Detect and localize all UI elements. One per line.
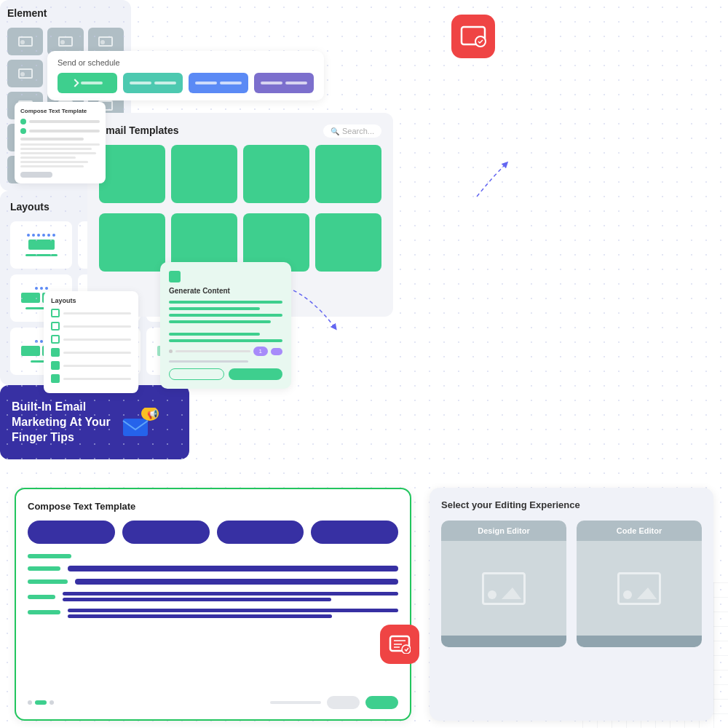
code-editor-thumbnail (617, 572, 661, 605)
schedule-label-bar2 (154, 82, 176, 84)
compose-multiline-2 (68, 609, 398, 618)
template-card-2[interactable] (171, 145, 237, 203)
generate-title: Generate Content (169, 287, 282, 295)
compose-row-5 (28, 609, 398, 618)
send-schedule-bar: Send or schedule (47, 51, 324, 100)
cl1 (20, 143, 100, 146)
mountain-icon-2 (637, 587, 657, 599)
editing-cards: Design Editor Code Editor (441, 521, 702, 647)
search-placeholder: Search... (342, 127, 374, 135)
compose-value-1 (68, 566, 398, 571)
layout-small-line-1 (63, 312, 131, 314)
design-editor-image (441, 541, 566, 636)
cl-1 (63, 592, 398, 596)
layout-small-item-5[interactable] (51, 361, 131, 370)
nav-dot-2 (35, 700, 47, 705)
cl-2 (63, 598, 331, 601)
gen-line-5 (169, 333, 260, 336)
gen-line-3 (169, 314, 282, 317)
compose-footer (28, 696, 398, 709)
gen-dot-row: 1 (169, 347, 282, 356)
template-card-4[interactable] (315, 145, 381, 203)
layout-small-item-3[interactable] (51, 335, 131, 344)
cl3 (20, 152, 96, 154)
layout-small-icon-2 (51, 322, 60, 331)
schedule-label-bar (130, 82, 151, 84)
compose-large-panel: Compose Text Template (15, 488, 411, 721)
code-editor-label: Code Editor (577, 521, 702, 541)
layout-small-item-1[interactable] (51, 309, 131, 317)
compose-app-icon-badge (380, 625, 419, 664)
img-icon-3 (98, 36, 113, 47)
design-editor-card[interactable]: Design Editor (441, 521, 566, 647)
preview-button[interactable] (189, 73, 248, 93)
compose-btn-1[interactable] (28, 521, 115, 544)
gen-cancel-btn[interactable] (169, 368, 224, 380)
generate-content-panel: Generate Content 1 (160, 262, 291, 389)
compose-dot-2 (20, 128, 26, 134)
compose-separator (20, 138, 84, 141)
gen-bottom-line (169, 360, 248, 363)
gen-line-6 (169, 339, 282, 342)
layout-small-icon-1 (51, 309, 60, 317)
compose-small-title: Compose Text Template (20, 108, 100, 114)
compose-text-small-panel: Compose Text Template (15, 102, 106, 183)
layout-small-item-6[interactable] (51, 374, 131, 383)
template-card-5[interactable] (99, 213, 165, 272)
preview-label-bar (195, 82, 217, 84)
svg-text:📢: 📢 (147, 408, 158, 419)
svg-point-6 (402, 645, 411, 654)
compose-row-2 (28, 566, 398, 571)
compose-row-4 (28, 592, 398, 601)
nav-dot-1 (28, 700, 32, 705)
code-editor-footer (577, 636, 702, 647)
code-editor-image (577, 541, 702, 636)
img-icon-2 (58, 36, 73, 47)
compose-row-3 (28, 579, 398, 585)
cl2 (20, 148, 92, 150)
layout-small-item-4[interactable] (51, 348, 131, 357)
code-editor-card[interactable]: Code Editor (577, 521, 702, 647)
compose-label-3 (28, 579, 68, 584)
compose-btn-2[interactable] (122, 521, 210, 544)
design-editor-icon (460, 25, 486, 47)
compose-label-2 (28, 566, 60, 571)
layout-small-line-4 (63, 352, 131, 354)
app-icon-badge (451, 15, 495, 58)
gen-line-4 (169, 320, 271, 323)
gen-progress-bar (175, 350, 250, 352)
gen-tag2 (271, 348, 282, 355)
send-button[interactable] (58, 73, 117, 93)
template-card-1[interactable] (99, 145, 165, 203)
preview-label-bar2 (220, 82, 242, 84)
layout-small-item-2[interactable] (51, 322, 131, 331)
compose-item-2 (20, 128, 100, 134)
img-icon-1 (18, 36, 33, 47)
footer-btn-cancel[interactable] (327, 696, 360, 709)
template-card-3[interactable] (243, 145, 309, 203)
design-editor-label: Design Editor (441, 521, 566, 541)
design-editor-thumbnail (482, 572, 526, 605)
compose-dot-1 (20, 119, 26, 124)
settings-button[interactable] (254, 73, 314, 93)
footer-btn-save[interactable] (365, 696, 398, 709)
template-search[interactable]: 🔍 Search... (323, 124, 381, 138)
cl4 (20, 157, 76, 159)
megaphone-envelope-icon: 📢 (119, 408, 159, 444)
hero-icon: 📢 (119, 408, 156, 437)
gen-line-2 (169, 307, 260, 310)
compose-btn-4[interactable] (311, 521, 398, 544)
nav-dot-3 (50, 700, 54, 705)
compose-btn-3[interactable] (217, 521, 304, 544)
generate-icon (169, 271, 181, 282)
layout-small-icon-3 (51, 335, 60, 344)
template-card-8[interactable] (315, 213, 381, 272)
settings-label-bar2 (285, 82, 307, 84)
editing-title: Select your Editing Experience (441, 499, 702, 510)
img-icon-4 (18, 68, 33, 79)
gen-tag: 1 (253, 347, 268, 356)
schedule-button[interactable] (123, 73, 183, 93)
gen-submit-btn[interactable] (229, 368, 282, 380)
layouts-small-title: Layouts (51, 297, 131, 304)
compose-value-2 (75, 579, 398, 585)
